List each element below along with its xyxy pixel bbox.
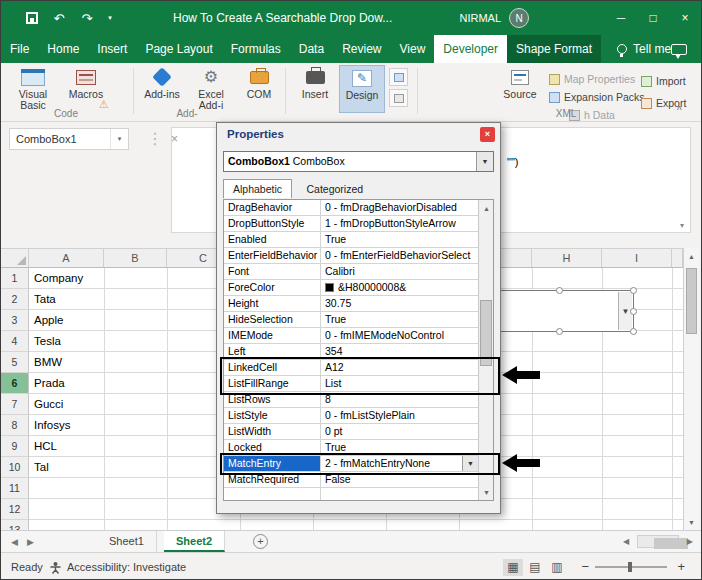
select-all-corner[interactable] — [1, 249, 29, 267]
column-header-i[interactable]: I — [602, 249, 672, 267]
hscroll-left-icon[interactable]: ◀ — [623, 534, 629, 549]
control-properties-mini-button[interactable] — [389, 68, 408, 86]
xml-source-button[interactable]: Source — [498, 65, 542, 113]
row-header-3[interactable]: 3 — [1, 310, 29, 331]
combobox-control[interactable]: ▼ — [491, 290, 634, 332]
cell-a3[interactable]: Apple — [30, 310, 104, 331]
resize-handle-right[interactable] — [630, 308, 637, 315]
scroll-down-icon[interactable]: ▼ — [684, 514, 699, 530]
property-row-listfillrange[interactable]: ListFillRangeList — [224, 376, 478, 392]
insert-control-button[interactable]: Insert — [293, 65, 337, 113]
object-selector-caret-icon[interactable]: ▼ — [476, 152, 493, 171]
horizontal-scrollbar-thumb[interactable] — [654, 538, 688, 549]
tell-me-button[interactable]: Tell me — [617, 35, 671, 63]
page-layout-view-button[interactable]: ▤ — [525, 559, 545, 576]
property-row-linkedcell[interactable]: LinkedCellA12 — [224, 360, 478, 376]
save-button[interactable] — [21, 1, 43, 35]
map-properties-button[interactable]: Map Properties — [549, 71, 635, 87]
cell-a8[interactable]: Infosys — [30, 415, 104, 436]
resize-handle-top-right[interactable] — [630, 287, 637, 294]
cell-a2[interactable]: Tata — [30, 289, 104, 310]
vertical-scrollbar[interactable]: ▲ ▼ — [683, 248, 699, 530]
row-header-1[interactable]: 1 — [1, 268, 29, 289]
property-grid-scrollbar-thumb[interactable] — [480, 300, 492, 366]
formula-bar-collapse-icon[interactable]: ▾ — [680, 221, 684, 230]
cell-a7[interactable]: Gucci — [30, 394, 104, 415]
tab-data[interactable]: Data — [290, 35, 333, 63]
quick-access-customize-button[interactable]: ▾ — [103, 1, 117, 35]
tab-shape-format[interactable]: Shape Format — [507, 35, 601, 63]
tab-categorized[interactable]: Categorized — [297, 179, 374, 198]
property-row-liststyle[interactable]: ListStyle0 - fmListStylePlain — [224, 408, 478, 424]
row-header-10[interactable]: 10 — [1, 457, 29, 478]
property-row-listrows[interactable]: ListRows8 — [224, 392, 478, 408]
normal-view-button[interactable]: ▦ — [503, 559, 523, 576]
name-box-caret-icon[interactable]: ▾ — [110, 129, 128, 149]
accessibility-status[interactable]: Accessibility: Investigate — [67, 553, 186, 580]
properties-window[interactable]: Properties × ComboBox1 ComboBox ▼ Alphab… — [216, 122, 501, 514]
tab-home[interactable]: Home — [38, 35, 88, 63]
account-name[interactable]: NIRMAL — [459, 1, 501, 35]
property-row-dragbehavior[interactable]: DragBehavior0 - fmDragBehaviorDisabled — [224, 200, 478, 216]
row-header-6[interactable]: 6 — [1, 373, 29, 394]
zoom-slider[interactable] — [595, 566, 667, 568]
tab-insert[interactable]: Insert — [88, 35, 136, 63]
tab-alphabetic[interactable]: Alphabetic — [223, 179, 292, 198]
scroll-up-icon[interactable]: ▲ — [479, 200, 494, 216]
property-row-height[interactable]: Height30.75 — [224, 296, 478, 312]
scroll-up-icon[interactable]: ▲ — [684, 248, 699, 264]
property-row-enabled[interactable]: EnabledTrue — [224, 232, 478, 248]
hscroll-right-icon[interactable]: ▶ — [687, 534, 693, 549]
tab-formulas[interactable]: Formulas — [222, 35, 290, 63]
expansion-packs-button[interactable]: Expansion Packs — [549, 89, 645, 105]
row-header-11[interactable]: 11 — [1, 478, 29, 499]
sheet-tab-sheet1[interactable]: Sheet1 — [97, 531, 157, 552]
property-row-matchentry[interactable]: MatchEntry2 - fmMatchEntryNone▼ — [224, 456, 478, 472]
cell-a1[interactable]: Company — [30, 268, 104, 289]
row-header-12[interactable]: 12 — [1, 499, 29, 520]
cell-a4[interactable]: Tesla — [30, 331, 104, 352]
property-grid-scrollbar[interactable]: ▲ ▼ — [478, 200, 493, 500]
tab-file[interactable]: File — [1, 35, 38, 63]
design-mode-button[interactable]: ✎ Design — [339, 65, 385, 113]
page-break-view-button[interactable]: ▥ — [547, 559, 567, 576]
property-row-dropbuttonstyle[interactable]: DropButtonStyle1 - fmDropButtonStyleArro… — [224, 216, 478, 232]
column-header-h[interactable]: H — [532, 249, 602, 267]
property-row-imemode[interactable]: IMEMode0 - fmIMEModeNoControl — [224, 328, 478, 344]
column-header-a[interactable]: A — [29, 249, 104, 267]
close-button[interactable]: × — [669, 1, 701, 35]
property-row-locked[interactable]: LockedTrue — [224, 440, 478, 456]
cell-a12[interactable] — [30, 499, 104, 520]
row-header-5[interactable]: 5 — [1, 352, 29, 373]
minimize-button[interactable]: ─ — [605, 1, 637, 35]
zoom-in-button[interactable]: + — [677, 553, 685, 580]
visual-basic-button[interactable]: Visual Basic — [7, 65, 59, 113]
sheet-nav-right-icon[interactable]: ▶ — [27, 531, 34, 553]
property-row-forecolor[interactable]: ForeColor&H80000008& — [224, 280, 478, 296]
property-row-enterfieldbehavior[interactable]: EnterFieldBehavior0 - fmEnterFieldBehavi… — [224, 248, 478, 264]
cell-a9[interactable]: HCL — [30, 436, 104, 457]
maximize-button[interactable]: □ — [637, 1, 669, 35]
import-button[interactable]: Import — [641, 73, 686, 89]
cell-a11[interactable] — [30, 478, 104, 499]
tab-developer[interactable]: Developer — [434, 35, 507, 63]
excel-add-ins-button[interactable]: ⚙ Excel Add-i — [187, 65, 235, 113]
row-header-13[interactable]: 13 — [1, 520, 29, 530]
vertical-scrollbar-thumb[interactable] — [686, 268, 697, 334]
undo-button[interactable]: ↶ — [49, 1, 69, 35]
matchentry-dropdown-icon[interactable]: ▼ — [462, 456, 478, 471]
property-row-left[interactable]: Left354 — [224, 344, 478, 360]
cancel-formula-icon[interactable]: × — [171, 128, 178, 150]
tab-view[interactable]: View — [391, 35, 435, 63]
tab-page-layout[interactable]: Page Layout — [136, 35, 221, 63]
comments-icon[interactable] — [671, 44, 687, 55]
row-header-2[interactable]: 2 — [1, 289, 29, 310]
redo-button[interactable]: ↷ — [77, 1, 97, 35]
sheet-nav-left-icon[interactable]: ◀ — [11, 531, 18, 553]
avatar[interactable]: N — [509, 8, 529, 28]
resize-handle-top[interactable] — [556, 287, 563, 294]
property-row-hideselection[interactable]: HideSelectionTrue — [224, 312, 478, 328]
add-ins-button[interactable]: Add-ins — [139, 65, 185, 113]
row-header-8[interactable]: 8 — [1, 415, 29, 436]
tab-review[interactable]: Review — [333, 35, 390, 63]
